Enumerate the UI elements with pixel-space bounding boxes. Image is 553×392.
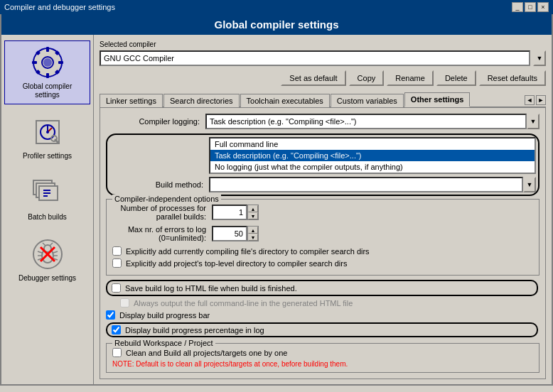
svg-rect-4: [32, 61, 37, 64]
always-output-checkbox[interactable]: [120, 298, 129, 307]
rebuild-note: NOTE: Default is to clean all projects/t…: [112, 360, 533, 368]
tab-search[interactable]: Search directories: [163, 94, 240, 107]
build-method-label: Build method:: [109, 180, 209, 189]
build-method-arrow[interactable]: ▼: [523, 177, 536, 192]
display-progress-bar-checkbox[interactable]: [106, 310, 115, 320]
always-output-row: Always output the full command-line in t…: [120, 298, 539, 307]
checkbox-search-dirs[interactable]: [112, 246, 122, 256]
gear-icon: [31, 45, 65, 80]
always-output-label: Always output the full command-line in t…: [134, 299, 353, 307]
clean-build-row: Clean and Build all projects/targets one…: [112, 348, 533, 357]
tab-other[interactable]: Other settings: [404, 92, 471, 107]
close-button[interactable]: ×: [537, 2, 549, 12]
rename-button[interactable]: Rename: [387, 70, 434, 86]
rebuild-section: Rebuild Workspace / Project Clean and Bu…: [106, 343, 539, 373]
sidebar-label-global: Global compiler settings: [23, 82, 72, 99]
clean-build-checkbox[interactable]: [112, 348, 122, 357]
sidebar-item-debugger[interactable]: Debugger settings: [4, 232, 90, 288]
parallel-builds-up[interactable]: ▲: [248, 205, 258, 212]
save-build-log-checkbox[interactable]: [112, 283, 121, 293]
tab-scroll: ◄ ►: [525, 95, 546, 107]
build-method-row: Build method: ▼: [109, 177, 536, 192]
debugger-icon: [31, 237, 65, 271]
parallel-builds-spinbox: ▲ ▼: [212, 205, 259, 220]
sidebar-label-batch: Batch builds: [28, 213, 66, 222]
title-bar: Compiler and debugger settings _ □ ×: [0, 0, 553, 14]
display-progress-percent-outline: Display build progress percentage in log: [106, 322, 538, 337]
build-method-select-wrapper: ▼: [209, 177, 536, 192]
tab-linker[interactable]: Linker settings: [100, 94, 163, 107]
copy-button[interactable]: Copy: [349, 70, 385, 86]
svg-rect-3: [46, 73, 49, 78]
parallel-builds-row: Number of processes for parallel builds:…: [112, 204, 533, 221]
max-errors-input[interactable]: [212, 226, 247, 241]
title-bar-controls: _ □ ×: [512, 2, 549, 12]
compiler-row: ▼: [100, 50, 546, 66]
maximize-button[interactable]: □: [525, 2, 536, 12]
main-window: Global compiler settings: [0, 14, 553, 386]
compiler-logging-select-wrapper: ▼: [205, 114, 539, 129]
dropdown-item-full[interactable]: Full command line: [210, 138, 535, 150]
display-progress-percent-checkbox[interactable]: [112, 325, 121, 334]
compiler-dropdown-arrow[interactable]: ▼: [533, 50, 546, 66]
save-build-log-row: Save build log to HTML file when build i…: [112, 283, 532, 293]
sidebar-item-batch[interactable]: Batch builds: [4, 171, 90, 227]
max-errors-row: Max nr. of errors to log (0=unlimited): …: [112, 225, 533, 242]
build-method-input[interactable]: [209, 177, 523, 192]
compiler-input[interactable]: [100, 50, 530, 66]
save-build-log-label: Save build log to HTML file when build i…: [125, 284, 297, 293]
parallel-builds-down[interactable]: ▼: [248, 212, 258, 219]
compiler-logging-arrow[interactable]: ▼: [527, 114, 539, 129]
sidebar: Global compiler settings Profiler settin…: [1, 35, 94, 384]
display-progress-bar-label: Display build progress bar: [119, 311, 210, 320]
title-bar-label: Compiler and debugger settings: [4, 3, 115, 11]
compiler-logging-row: Compiler logging: ▼: [106, 114, 539, 129]
max-errors-label: Max nr. of errors to log (0=unlimited):: [112, 225, 212, 242]
profiler-icon: [31, 115, 65, 149]
compiler-logging-section: Compiler logging: ▼ Full command line Ta…: [106, 114, 539, 196]
checkbox-toplevel[interactable]: [112, 258, 122, 268]
reset-defaults-button[interactable]: Reset defaults: [479, 70, 546, 86]
button-row: Set as default Copy Rename Delete Reset …: [100, 70, 546, 86]
checkbox-search-dirs-label: Explicitly add currently compiling file'…: [126, 247, 370, 256]
minimize-button[interactable]: _: [512, 2, 523, 12]
compiler-independent-section: Compiler-independent options Number of p…: [106, 199, 539, 276]
checkbox-toplevel-label: Explicitly add project's top-level direc…: [126, 259, 347, 268]
rebuild-title: Rebuild Workspace / Project: [112, 339, 215, 347]
save-build-log-outline: Save build log to HTML file when build i…: [106, 280, 538, 296]
display-progress-percent-row: Display build progress percentage in log: [112, 325, 532, 334]
parallel-builds-input[interactable]: [212, 205, 247, 220]
clean-build-label: Clean and Build all projects/targets one…: [126, 349, 287, 357]
parallel-builds-label: Number of processes for parallel builds:: [112, 204, 212, 221]
tab-custom[interactable]: Custom variables: [331, 94, 404, 107]
set-default-button[interactable]: Set as default: [281, 70, 345, 86]
dropdown-item-task[interactable]: Task description (e.g. "Compiling <file>…: [210, 150, 535, 161]
max-errors-down[interactable]: ▼: [248, 234, 258, 241]
parallel-builds-spinbox-btns: ▲ ▼: [247, 205, 259, 220]
selected-compiler-section: Selected compiler ▼: [100, 40, 546, 66]
sidebar-item-global-compiler[interactable]: Global compiler settings: [4, 40, 90, 104]
tab-toolchain[interactable]: Toolchain executables: [240, 94, 330, 107]
selected-compiler-label: Selected compiler: [100, 40, 546, 48]
tab-content-other: Compiler logging: ▼ Full command line Ta…: [100, 108, 546, 379]
compiler-logging-label: Compiler logging:: [106, 117, 205, 126]
compiler-logging-input[interactable]: [205, 114, 527, 129]
max-errors-spinbox-btns: ▲ ▼: [247, 226, 259, 241]
tab-scroll-left[interactable]: ◄: [525, 95, 535, 105]
main-header: Global compiler settings: [1, 14, 552, 35]
checkbox-search-dirs-row: Explicitly add currently compiling file'…: [112, 246, 533, 256]
svg-rect-5: [58, 61, 63, 64]
tab-scroll-right[interactable]: ►: [536, 95, 546, 105]
svg-rect-2: [46, 47, 49, 52]
max-errors-up[interactable]: ▲: [248, 227, 258, 234]
max-errors-spinbox: ▲ ▼: [212, 226, 259, 241]
tabs-container: Linker settings Search directories Toolc…: [100, 92, 546, 108]
dropdown-item-none[interactable]: No logging (just what the compiler outpu…: [210, 161, 535, 173]
sidebar-label-profiler: Profiler settings: [23, 152, 72, 160]
sidebar-label-debugger: Debugger settings: [18, 274, 76, 283]
display-progress-bar-row: Display build progress bar: [106, 310, 539, 320]
delete-button[interactable]: Delete: [436, 70, 476, 86]
batch-icon: [31, 176, 65, 210]
content-area: Selected compiler ▼ Set as default Copy …: [94, 35, 552, 384]
sidebar-item-profiler[interactable]: Profiler settings: [4, 110, 90, 165]
